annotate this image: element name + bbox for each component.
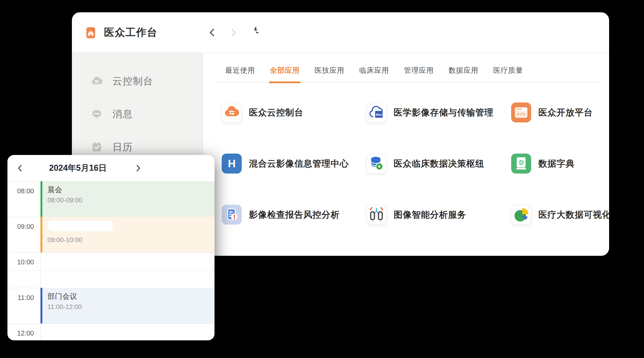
chevron-right-icon [133,163,143,173]
tab-label: 管理应用 [404,66,434,74]
calendar-next-day-button[interactable] [133,163,143,173]
report-alert-icon [222,205,242,225]
tab-label: 临床应用 [359,66,389,74]
app-label: 医众临床数据决策枢纽 [394,158,484,170]
cloud-transfer-icon [90,74,104,88]
cloud-mos-icon: Mos [366,102,386,122]
app-label: 数据字典 [538,158,575,170]
chevron-left-icon [207,27,218,38]
lungs-icon [366,205,386,225]
svg-text:Mos: Mos [376,113,382,116]
event-time: 11:00-12:00 [48,303,214,311]
app-big-data-visualization[interactable]: 医疗大数据可视化 [511,205,609,225]
calendar-day-grid: 08:00 09:00 10:00 11:00 12:00 晨会 08:00-0… [8,181,214,340]
svg-text:</>: </> [517,112,525,117]
window-header: 医众工作台 [72,12,609,53]
app-grid: 医众云控制台 Mos 医学影像存储与传输管理 [222,102,609,225]
calendar-check-icon [90,140,104,154]
app-label: 医众云控制台 [249,107,304,119]
tab-admin-apps[interactable]: 管理应用 [404,65,434,82]
app-cloud-console[interactable]: 医众云控制台 [222,102,366,122]
sidebar-item-label: 日历 [112,141,133,154]
back-button[interactable] [207,27,218,38]
calendar-header: 2024年5月16日 [8,155,214,181]
tab-label: 医技应用 [314,66,344,74]
sidebar-item-cloud-console[interactable]: 云控制台 [72,65,202,98]
calendar-date-title: 2024年5月16日 [8,155,148,181]
calendar-panel: 2024年5月16日 08:00 09:00 10:00 11:00 12:00 [8,155,214,340]
calendar-row-12: 12:00 [8,323,214,340]
desktop-background: 医众工作台 [0,0,644,358]
svg-text:H: H [228,158,236,170]
tab-all-apps[interactable]: 全部应用 [270,65,300,82]
code-window-icon: </> [511,102,531,122]
content-area: 最近使用 全部应用 医技应用 临床应用 管理应用 数据应用 医疗质量 [203,53,609,255]
tab-label: 全部应用 [270,66,300,74]
tab-bar: 最近使用 全部应用 医技应用 临床应用 管理应用 数据应用 医疗质量 [214,53,601,83]
app-label: 医学影像存储与传输管理 [394,107,494,119]
time-label: 09:00 [8,217,40,230]
time-label: 08:00 [8,182,40,195]
tab-quality[interactable]: 医疗质量 [493,65,523,82]
tab-data-apps[interactable]: 数据应用 [448,65,478,82]
time-label: 11:00 [8,288,40,302]
refresh-button[interactable] [247,27,258,38]
app-label: 混合云影像信息管理中心 [249,158,349,170]
app-clinical-data-hub[interactable]: 医众临床数据决策枢纽 [366,154,511,174]
sidebar-item-label: 云控制台 [112,75,153,88]
calendar-row-10: 10:00 [8,252,214,288]
app-title: 医众工作台 [104,25,158,39]
event-title-redacted-pill [48,220,113,231]
event-time: 08:00-09:00 [48,196,214,204]
sidebar-item-label: 消息 [112,108,133,121]
app-label: 影像检查报告风控分析 [249,209,340,221]
calendar-event-morning-meeting[interactable]: 晨会 08:00-09:00 [40,181,214,217]
sidebar-item-messages[interactable]: 消息 [72,98,202,131]
time-label: 10:00 [8,253,40,266]
app-data-dictionary[interactable]: D 数据字典 [511,154,609,174]
refresh-icon [247,27,258,38]
tab-label: 最近使用 [225,66,255,74]
app-report-risk-analysis[interactable]: 影像检查报告风控分析 [222,205,366,225]
event-title: 部门会议 [48,292,214,301]
message-bubble-icon [90,107,104,121]
dictionary-book-icon: D [511,154,531,174]
event-time: 09:00-10:00 [48,236,214,244]
app-logo-icon [84,26,98,39]
pie-chart-icon [511,205,531,225]
tab-medtech-apps[interactable]: 医技应用 [314,65,344,82]
calendar-event-redacted[interactable]: 09:00-10:00 [40,217,214,252]
app-label: 医众开放平台 [538,107,593,119]
tab-clinical-apps[interactable]: 临床应用 [359,65,389,82]
half-hour-gridline [8,270,214,271]
svg-text:D: D [519,159,524,166]
tab-label: 医疗质量 [493,66,523,74]
app-label: 图像智能分析服务 [394,209,466,221]
tab-recent[interactable]: 最近使用 [225,65,255,82]
forward-button[interactable] [228,27,239,38]
app-open-platform[interactable]: </> 医众开放平台 [511,102,609,122]
calendar-event-department-meeting[interactable]: 部门会议 11:00-12:00 [40,288,214,323]
orange-cloud-transfer-icon [222,102,242,122]
app-label: 医疗大数据可视化 [538,209,609,221]
app-image-storage-transfer[interactable]: Mos 医学影像存储与传输管理 [366,102,511,122]
database-plus-icon [366,154,386,174]
chevron-right-icon [228,27,239,38]
app-image-ai-analysis[interactable]: 图像智能分析服务 [366,205,511,225]
event-title: 晨会 [48,185,214,195]
tab-label: 数据应用 [448,66,478,74]
h-square-icon: H [222,154,242,174]
time-label: 12:00 [8,324,40,337]
app-hybrid-cloud-imaging[interactable]: H 混合云影像信息管理中心 [222,154,366,174]
